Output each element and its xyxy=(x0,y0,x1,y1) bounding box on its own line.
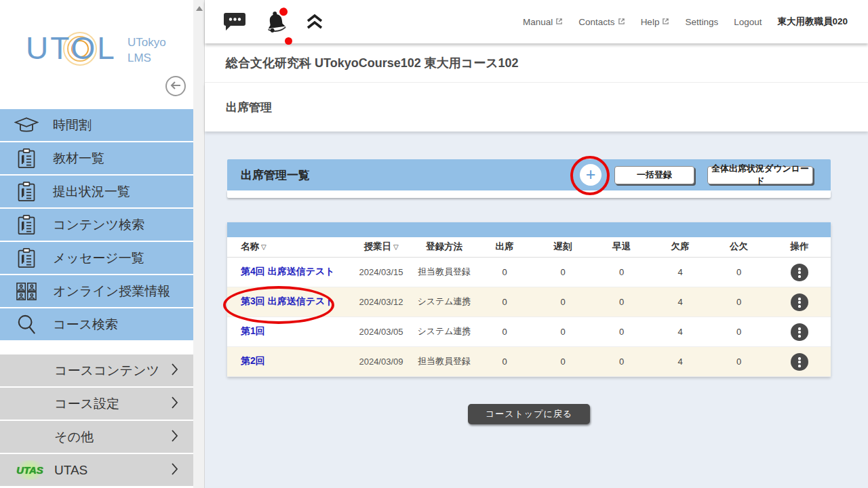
sidebar-item-utas[interactable]: UTAS UTAS xyxy=(0,454,193,486)
topbar-icons xyxy=(205,11,323,33)
sidebar-item-label: 時間割 xyxy=(53,117,92,134)
topbar-links: Manual Contacts Help Settings Logout 東大用… xyxy=(523,16,868,28)
present-count: 0 xyxy=(475,287,534,317)
table-row: 第2回 2024/03/09 担当教員登録 0 0 0 4 0 xyxy=(227,346,831,376)
row-actions-kebab-button[interactable] xyxy=(791,293,808,311)
column-header-late: 遅刻 xyxy=(534,237,592,257)
column-header-date[interactable]: 授業日▽ xyxy=(349,237,413,257)
content-area: 出席管理一覧 + 一括登録 全体出席状況ダウンロード 名称▽ xyxy=(205,131,868,488)
late-count: 0 xyxy=(534,317,592,346)
column-header-excused: 公欠 xyxy=(709,237,768,257)
table-row: 第4回 出席送信テスト 2024/03/15 担当教員登録 0 0 0 4 0 xyxy=(227,257,831,287)
registration-method: システム連携 xyxy=(413,287,475,317)
logout-link[interactable]: Logout xyxy=(734,17,762,27)
class-date: 2024/03/05 xyxy=(349,317,413,346)
row-actions-kebab-button[interactable] xyxy=(791,353,808,371)
help-link-label: Help xyxy=(641,17,660,27)
row-actions-kebab-button[interactable] xyxy=(791,323,808,341)
sidebar-item-messages[interactable]: メッセージ一覧 xyxy=(0,242,193,274)
add-attendance-button[interactable]: + xyxy=(580,164,601,186)
sidebar-item-label: コース検索 xyxy=(53,316,118,333)
header-label: 遅刻 xyxy=(554,241,572,251)
utol-logo: UTOL xyxy=(26,30,117,66)
scroll-up-arrow-icon[interactable] xyxy=(196,6,203,11)
sidebar-scrollbar[interactable] xyxy=(193,0,205,488)
sidebar-item-label: コースコンテンツ xyxy=(54,362,159,380)
early-leave-count: 0 xyxy=(592,317,651,346)
registration-method: 担当教員登録 xyxy=(413,257,475,287)
sidebar-item-timetable[interactable]: 時間割 xyxy=(0,109,193,141)
sidebar: UTOL UTokyo LMS 時間割 教材一覧 xyxy=(0,0,193,488)
sidebar-collapse-button[interactable] xyxy=(165,76,186,96)
sidebar-item-label: 教材一覧 xyxy=(53,150,104,167)
header-label: 欠席 xyxy=(671,241,690,251)
header-label: 早退 xyxy=(612,241,631,251)
chevron-right-icon xyxy=(171,363,178,378)
attendance-item-link[interactable]: 第1回 xyxy=(241,325,265,336)
sidebar-item-others[interactable]: その他 xyxy=(0,421,193,453)
panel-title: 出席管理一覧 xyxy=(241,167,310,183)
sidebar-item-content-search[interactable]: コンテンツ検索 xyxy=(0,209,193,241)
late-count: 0 xyxy=(534,287,592,317)
sidebar-item-submission-status[interactable]: 提出状況一覧 xyxy=(0,176,193,207)
page-title: 出席管理 xyxy=(226,100,272,115)
sidebar-item-course-search[interactable]: コース検索 xyxy=(0,308,193,340)
panel-lower-strip xyxy=(227,190,831,198)
table-top-bar xyxy=(227,222,831,237)
manual-link[interactable]: Manual xyxy=(523,17,563,27)
excused-count: 0 xyxy=(709,287,768,317)
registration-method: 担当教員登録 xyxy=(413,346,475,376)
late-count: 0 xyxy=(534,346,592,376)
sidebar-item-label: オンライン授業情報 xyxy=(53,283,170,300)
column-header-actions: 操作 xyxy=(768,237,831,257)
username-label: 東大用教職員020 xyxy=(777,16,848,28)
sidebar-item-materials[interactable]: 教材一覧 xyxy=(0,142,193,174)
late-count: 0 xyxy=(534,257,592,287)
early-leave-count: 0 xyxy=(592,346,651,376)
registration-method: システム連携 xyxy=(413,317,475,346)
sidebar-group-menus: コースコンテンツ コース設定 その他 UTAS UTAS xyxy=(0,354,193,487)
settings-link[interactable]: Settings xyxy=(685,17,718,27)
chevron-right-icon xyxy=(171,430,178,445)
present-count: 0 xyxy=(475,317,534,346)
notifications-bell-icon[interactable] xyxy=(264,9,288,34)
attendance-item-link[interactable]: 第2回 xyxy=(241,355,265,366)
sidebar-item-online-class-info[interactable]: オンライン授業情報 xyxy=(0,275,193,307)
column-header-early-leave: 早退 xyxy=(592,237,651,257)
collapse-topbar-icon[interactable] xyxy=(306,14,323,30)
chat-icon[interactable] xyxy=(223,12,246,31)
logout-link-label: Logout xyxy=(734,17,762,27)
help-link[interactable]: Help xyxy=(641,17,670,27)
bulk-register-button[interactable]: 一括登録 xyxy=(614,166,694,184)
logo-area: UTOL UTokyo LMS xyxy=(0,0,193,109)
attendance-item-link[interactable]: 第3回 出席送信テスト xyxy=(241,296,335,306)
sidebar-item-course-settings[interactable]: コース設定 xyxy=(0,388,193,420)
contacts-link-label: Contacts xyxy=(578,17,614,27)
class-date: 2024/03/12 xyxy=(349,287,413,317)
sidebar-item-label: 提出状況一覧 xyxy=(53,183,130,201)
contacts-link[interactable]: Contacts xyxy=(578,17,625,27)
header-label: 操作 xyxy=(791,241,809,251)
absent-count: 4 xyxy=(651,317,709,346)
course-title: 総合文化研究科 UTokyoCourse102 東大用コース102 xyxy=(226,55,519,71)
absent-count: 4 xyxy=(651,346,709,376)
column-header-name[interactable]: 名称▽ xyxy=(227,237,349,257)
absent-count: 4 xyxy=(651,287,709,317)
sidebar-item-course-contents[interactable]: コースコンテンツ xyxy=(0,354,193,386)
download-attendance-button[interactable]: 全体出席状況ダウンロード xyxy=(707,166,813,184)
early-leave-count: 0 xyxy=(592,287,651,317)
clipboard-icon xyxy=(14,246,39,270)
sidebar-item-label: その他 xyxy=(54,428,94,446)
row-actions-kebab-button[interactable] xyxy=(791,264,808,281)
back-to-course-top-button[interactable]: コーストップに戻る xyxy=(468,404,590,424)
sort-icon: ▽ xyxy=(261,243,267,251)
sidebar-item-label: メッセージ一覧 xyxy=(53,249,144,267)
arrow-left-icon xyxy=(170,80,181,92)
settings-link-label: Settings xyxy=(685,17,718,27)
back-button-row: コーストップに戻る xyxy=(227,404,831,424)
header-label: 登録方法 xyxy=(426,241,462,251)
attendance-item-link[interactable]: 第4回 出席送信テスト xyxy=(241,266,335,277)
logo-sub-line1: UTokyo xyxy=(127,35,166,51)
column-header-method: 登録方法 xyxy=(413,237,475,257)
plus-icon: + xyxy=(586,166,596,183)
